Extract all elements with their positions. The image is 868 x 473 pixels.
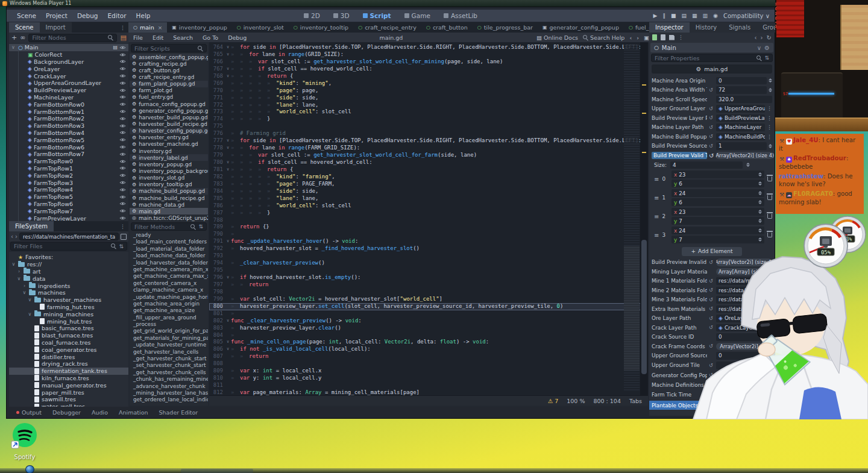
run-current-scene-button[interactable]: ▦ bbox=[692, 13, 697, 19]
visibility-eye-icon[interactable] bbox=[119, 81, 126, 86]
spinner[interactable] bbox=[769, 335, 772, 339]
property-extra-item-materials-f[interactable]: Extra Item Materials F↺res://data/materi… bbox=[649, 304, 775, 314]
scene-node-MachineLayer[interactable]: ◈MachineLayer bbox=[9, 94, 128, 101]
script-item[interactable]: ⚙furnace_config_popup.gd bbox=[130, 101, 208, 107]
scene-node-ColorRect[interactable]: ▣ColorRect bbox=[9, 51, 128, 58]
close-icon[interactable]: × bbox=[158, 25, 163, 31]
scene-node-FarmBottomRow5[interactable]: ◈FarmBottomRow5 bbox=[9, 136, 128, 143]
script-item[interactable]: ⚙assembler_config_popup.gd bbox=[130, 54, 208, 60]
view-tab-3d[interactable]: 3D bbox=[329, 11, 354, 20]
code-line-786[interactable]: 786»»»»»"world_cell": slot_cell bbox=[209, 202, 648, 210]
line-number[interactable]: 806 bbox=[209, 346, 225, 353]
visibility-eye-icon[interactable] bbox=[119, 195, 126, 199]
code-line-776[interactable]: 776»# Farming grid bbox=[209, 130, 648, 137]
line-number[interactable]: 803 bbox=[209, 325, 225, 332]
line-number[interactable]: 802 bbox=[209, 318, 225, 325]
history-forward-icon[interactable]: › bbox=[761, 34, 763, 41]
revert-icon[interactable]: ↺ bbox=[709, 260, 714, 265]
visibility-eye-icon[interactable] bbox=[119, 74, 126, 78]
line-number[interactable]: 769 bbox=[209, 80, 225, 87]
scene-node-BackgroundLayer[interactable]: ◈BackgroundLayer bbox=[9, 58, 128, 66]
spinner[interactable] bbox=[758, 237, 762, 242]
scene-node-FarmBottomRow4[interactable]: ◈FarmBottomRow4 bbox=[9, 130, 128, 137]
scene-node-FarmTopRow4[interactable]: ◈FarmTopRow4 bbox=[9, 186, 128, 193]
line-number[interactable]: 781 bbox=[209, 166, 225, 174]
line-number[interactable]: 776 bbox=[209, 130, 225, 137]
fs-path-box[interactable] bbox=[19, 233, 119, 240]
fs-item-basic_furnace.tres[interactable]: basic_furnace.tres bbox=[9, 325, 128, 332]
scene-node-FarmBottomRow1[interactable]: ◈FarmBottomRow1 bbox=[9, 108, 128, 115]
visibility-eye-icon[interactable] bbox=[119, 95, 126, 99]
code-line-782[interactable]: 782»»»»»"kind": "farming", bbox=[209, 174, 648, 181]
property-filter[interactable]: ⇅ bbox=[651, 54, 773, 62]
scripts-filter-input[interactable] bbox=[134, 45, 195, 52]
code-scrollbar[interactable] bbox=[640, 42, 648, 395]
fs-item-ingredients[interactable]: ›ingredients bbox=[9, 282, 128, 289]
delete-element-icon[interactable] bbox=[767, 177, 772, 181]
view-tab-assetlib[interactable]: AssetLib bbox=[439, 11, 482, 20]
line-number[interactable]: 787 bbox=[209, 210, 225, 217]
code-line-768[interactable]: 768∨»»»»return { bbox=[209, 73, 648, 80]
fs-item-coal_furnace.tres[interactable]: coal_furnace.tres bbox=[9, 339, 128, 346]
drag-handle-icon[interactable]: ≡ bbox=[654, 195, 659, 201]
load-resource-icon[interactable] bbox=[661, 34, 665, 40]
chat-username[interactable]: Jale_4U bbox=[793, 137, 819, 143]
spinner[interactable] bbox=[769, 144, 772, 148]
taskbar[interactable] bbox=[0, 468, 868, 473]
script-item[interactable]: ⚙harvester_machine.gd bbox=[130, 141, 208, 148]
chat-username[interactable]: RedTroubadour bbox=[793, 155, 846, 161]
tab-import[interactable]: Import bbox=[40, 22, 72, 33]
code-line-774[interactable]: 774»»»»} bbox=[209, 116, 648, 123]
fs-item-fermentation_tank.tres[interactable]: fermentation_tank.tres bbox=[9, 368, 128, 375]
visibility-eye-icon[interactable] bbox=[119, 59, 126, 64]
line-number[interactable]: 807 bbox=[209, 353, 225, 360]
fs-item-kiln_furnace.tres[interactable]: kiln_furnace.tres bbox=[9, 375, 128, 382]
fold-arrow-icon[interactable]: ∨ bbox=[225, 346, 231, 353]
code-line-784[interactable]: 784»»»»»"side": side, bbox=[209, 188, 648, 195]
property-ore-layer-path[interactable]: Ore Layer Path↺◈OreLayer⋮ bbox=[649, 314, 775, 324]
scene-node-CrackLayer[interactable]: ◈CrackLayer bbox=[9, 72, 128, 80]
line-number[interactable]: 785 bbox=[209, 195, 225, 202]
start-button[interactable] bbox=[25, 465, 34, 473]
indent-mode[interactable]: Tabs bbox=[629, 398, 642, 404]
node-options-icon[interactable]: ⋮ bbox=[767, 325, 772, 331]
visibility-eye-icon[interactable] bbox=[119, 109, 126, 114]
line-number[interactable]: 764 bbox=[209, 44, 225, 51]
line-number[interactable]: 791 bbox=[209, 238, 225, 245]
script-item[interactable]: ⚙crafting_recipe.gd bbox=[130, 60, 208, 67]
method-item[interactable]: _get_harvester_chunk_cells bbox=[130, 369, 208, 376]
script-item[interactable]: ⚙inventory_slot.gd bbox=[130, 175, 208, 181]
code-line-778[interactable]: 778∨»»for lane in range(FARM_GRID_SIZE): bbox=[209, 145, 648, 152]
code-line-804[interactable]: 804» bbox=[209, 332, 648, 339]
history-forward-icon[interactable]: › bbox=[637, 34, 639, 41]
code-line-807[interactable]: 807»»return bbox=[209, 353, 648, 360]
fs-split-icon[interactable] bbox=[121, 234, 127, 240]
bottom-tab-debugger[interactable]: Debugger bbox=[48, 408, 86, 417]
view-tab-game[interactable]: Game bbox=[400, 11, 435, 20]
delete-element-icon[interactable] bbox=[767, 195, 772, 200]
fs-item-data[interactable]: ∨data bbox=[9, 275, 128, 282]
visibility-eye-icon[interactable] bbox=[119, 208, 126, 213]
fold-arrow-icon[interactable]: ∨ bbox=[225, 137, 231, 145]
fs-forward-icon[interactable]: › bbox=[15, 233, 17, 240]
fs-sort-icon[interactable]: ⇅ bbox=[119, 243, 124, 249]
method-item[interactable]: _process bbox=[130, 321, 208, 328]
scene-node-FarmPreviewLayer[interactable]: ◈FarmPreviewLayer bbox=[9, 215, 128, 221]
code-line-794[interactable]: 794»_clear_harvester_preview() bbox=[209, 260, 648, 267]
code-line-777[interactable]: 777∨»for side in [PlacedHarvester.Side.T… bbox=[209, 137, 648, 145]
script-item[interactable]: ⚙machine_build_recipe.gd bbox=[130, 195, 208, 201]
view-tab-2d[interactable]: 2D bbox=[299, 11, 325, 20]
wmp-titlebar[interactable]: Windows Media Player 11 bbox=[0, 0, 868, 7]
code-line-773[interactable]: 773»»»»»"world_cell": slot_cell bbox=[209, 108, 648, 116]
line-number[interactable]: 773 bbox=[209, 108, 225, 116]
scripts-filter[interactable] bbox=[131, 44, 207, 52]
line-number[interactable]: 772 bbox=[209, 102, 225, 109]
revert-icon[interactable]: ↺ bbox=[709, 343, 714, 349]
scene-node-FarmTopRow2[interactable]: ◈FarmTopRow2 bbox=[9, 172, 128, 179]
line-number[interactable]: 767 bbox=[209, 66, 225, 73]
array-size-row[interactable]: Size:4 bbox=[649, 160, 775, 170]
property-build-preview-invalid-t[interactable]: Build Preview Invalid T↺Array[Vector2i] … bbox=[649, 258, 775, 268]
line-number[interactable]: 782 bbox=[209, 174, 225, 181]
property-crack-layer-path[interactable]: Crack Layer Path↺◈CrackLayer⋮ bbox=[649, 323, 775, 333]
script-item[interactable]: ⚙harvester_build_popup.gd bbox=[130, 114, 208, 121]
